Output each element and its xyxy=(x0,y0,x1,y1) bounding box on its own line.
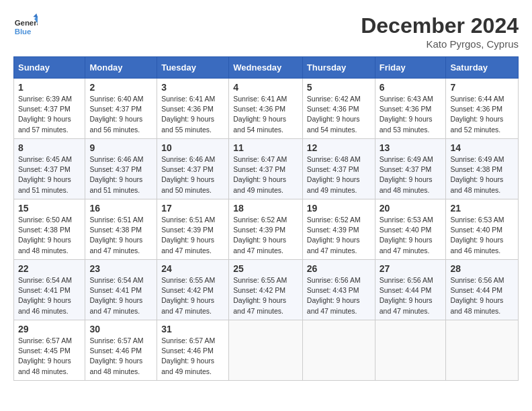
day-number: 16 xyxy=(89,203,152,214)
day-detail: Sunrise: 6:53 AMSunset: 4:40 PMDaylight:… xyxy=(450,216,504,255)
day-detail: Sunrise: 6:57 AMSunset: 4:46 PMDaylight:… xyxy=(89,336,143,375)
calendar-cell: 5 Sunrise: 6:42 AMSunset: 4:36 PMDayligh… xyxy=(302,79,375,139)
day-detail: Sunrise: 6:41 AMSunset: 4:36 PMDaylight:… xyxy=(233,95,287,134)
calendar-cell xyxy=(446,320,519,381)
header-thursday: Thursday xyxy=(302,57,375,79)
day-detail: Sunrise: 6:41 AMSunset: 4:36 PMDaylight:… xyxy=(161,95,215,134)
calendar-cell: 12 Sunrise: 6:48 AMSunset: 4:37 PMDaylig… xyxy=(302,139,375,199)
day-number: 12 xyxy=(307,142,371,153)
calendar-cell: 4 Sunrise: 6:41 AMSunset: 4:36 PMDayligh… xyxy=(229,79,303,139)
calendar-cell: 22 Sunrise: 6:54 AMSunset: 4:41 PMDaylig… xyxy=(14,260,85,320)
day-number: 26 xyxy=(307,263,371,274)
day-number: 31 xyxy=(161,324,224,334)
logo: General Blue xyxy=(13,13,38,38)
day-detail: Sunrise: 6:40 AMSunset: 4:37 PMDaylight:… xyxy=(89,95,143,134)
calendar-week-2: 8 Sunrise: 6:45 AMSunset: 4:37 PMDayligh… xyxy=(14,139,519,199)
calendar-cell xyxy=(229,320,303,381)
day-number: 3 xyxy=(161,82,224,93)
svg-text:Blue: Blue xyxy=(15,28,32,36)
day-detail: Sunrise: 6:39 AMSunset: 4:37 PMDaylight:… xyxy=(18,95,72,134)
day-detail: Sunrise: 6:48 AMSunset: 4:37 PMDaylight:… xyxy=(307,155,361,194)
day-detail: Sunrise: 6:53 AMSunset: 4:40 PMDaylight:… xyxy=(380,216,433,255)
svg-text:General: General xyxy=(15,19,38,27)
month-title: December 2024 xyxy=(361,13,519,38)
svg-marker-3 xyxy=(33,13,38,18)
calendar-cell: 26 Sunrise: 6:56 AMSunset: 4:43 PMDaylig… xyxy=(302,260,375,320)
day-detail: Sunrise: 6:55 AMSunset: 4:42 PMDaylight:… xyxy=(233,276,287,315)
day-detail: Sunrise: 6:56 AMSunset: 4:44 PMDaylight:… xyxy=(380,276,433,315)
day-detail: Sunrise: 6:50 AMSunset: 4:38 PMDaylight:… xyxy=(18,216,72,255)
day-number: 25 xyxy=(233,263,298,274)
calendar-cell: 3 Sunrise: 6:41 AMSunset: 4:36 PMDayligh… xyxy=(157,79,229,139)
calendar-cell: 24 Sunrise: 6:55 AMSunset: 4:42 PMDaylig… xyxy=(157,260,229,320)
day-detail: Sunrise: 6:51 AMSunset: 4:38 PMDaylight:… xyxy=(89,216,143,255)
title-block: December 2024 Kato Pyrgos, Cyprus xyxy=(361,13,519,50)
day-number: 13 xyxy=(380,142,442,153)
calendar-cell: 23 Sunrise: 6:54 AMSunset: 4:41 PMDaylig… xyxy=(85,260,157,320)
day-number: 27 xyxy=(380,263,442,274)
day-number: 19 xyxy=(307,203,371,214)
calendar-cell: 30 Sunrise: 6:57 AMSunset: 4:46 PMDaylig… xyxy=(85,320,157,381)
day-detail: Sunrise: 6:43 AMSunset: 4:36 PMDaylight:… xyxy=(380,95,433,134)
header-monday: Monday xyxy=(85,57,157,79)
day-detail: Sunrise: 6:47 AMSunset: 4:37 PMDaylight:… xyxy=(233,155,287,194)
calendar-week-5: 29 Sunrise: 6:57 AMSunset: 4:45 PMDaylig… xyxy=(14,320,519,381)
day-detail: Sunrise: 6:45 AMSunset: 4:37 PMDaylight:… xyxy=(18,155,72,194)
day-number: 14 xyxy=(450,142,514,153)
calendar-cell: 1 Sunrise: 6:39 AMSunset: 4:37 PMDayligh… xyxy=(14,79,85,139)
location-subtitle: Kato Pyrgos, Cyprus xyxy=(361,38,519,50)
calendar-cell: 13 Sunrise: 6:49 AMSunset: 4:37 PMDaylig… xyxy=(375,139,446,199)
day-number: 17 xyxy=(161,203,224,214)
calendar-cell: 19 Sunrise: 6:52 AMSunset: 4:39 PMDaylig… xyxy=(302,199,375,260)
header-saturday: Saturday xyxy=(446,57,519,79)
day-detail: Sunrise: 6:44 AMSunset: 4:36 PMDaylight:… xyxy=(450,95,504,134)
calendar-cell: 16 Sunrise: 6:51 AMSunset: 4:38 PMDaylig… xyxy=(85,199,157,260)
calendar-cell: 31 Sunrise: 6:57 AMSunset: 4:46 PMDaylig… xyxy=(157,320,229,381)
day-number: 2 xyxy=(89,82,152,93)
day-number: 21 xyxy=(450,203,514,214)
calendar-cell: 29 Sunrise: 6:57 AMSunset: 4:45 PMDaylig… xyxy=(14,320,85,381)
calendar-week-3: 15 Sunrise: 6:50 AMSunset: 4:38 PMDaylig… xyxy=(14,199,519,260)
day-number: 10 xyxy=(161,142,224,153)
day-number: 28 xyxy=(450,263,514,274)
day-number: 6 xyxy=(380,82,442,93)
day-detail: Sunrise: 6:49 AMSunset: 4:38 PMDaylight:… xyxy=(450,155,504,194)
day-number: 30 xyxy=(89,324,152,334)
calendar-cell: 14 Sunrise: 6:49 AMSunset: 4:38 PMDaylig… xyxy=(446,139,519,199)
calendar-cell: 20 Sunrise: 6:53 AMSunset: 4:40 PMDaylig… xyxy=(375,199,446,260)
day-number: 4 xyxy=(233,82,298,93)
day-number: 18 xyxy=(233,203,298,214)
calendar-cell: 7 Sunrise: 6:44 AMSunset: 4:36 PMDayligh… xyxy=(446,79,519,139)
day-number: 15 xyxy=(18,203,81,214)
calendar-week-4: 22 Sunrise: 6:54 AMSunset: 4:41 PMDaylig… xyxy=(14,260,519,320)
page-header: General Blue December 2024 Kato Pyrgos, … xyxy=(13,13,519,50)
calendar-header-row: SundayMondayTuesdayWednesdayThursdayFrid… xyxy=(14,57,519,79)
calendar-week-1: 1 Sunrise: 6:39 AMSunset: 4:37 PMDayligh… xyxy=(14,79,519,139)
calendar-cell: 8 Sunrise: 6:45 AMSunset: 4:37 PMDayligh… xyxy=(14,139,85,199)
day-detail: Sunrise: 6:57 AMSunset: 4:46 PMDaylight:… xyxy=(161,336,215,375)
day-number: 24 xyxy=(161,263,224,274)
calendar-cell: 21 Sunrise: 6:53 AMSunset: 4:40 PMDaylig… xyxy=(446,199,519,260)
day-number: 23 xyxy=(89,263,152,274)
day-number: 8 xyxy=(18,142,81,153)
day-detail: Sunrise: 6:54 AMSunset: 4:41 PMDaylight:… xyxy=(18,276,72,315)
calendar-cell: 28 Sunrise: 6:56 AMSunset: 4:44 PMDaylig… xyxy=(446,260,519,320)
day-detail: Sunrise: 6:46 AMSunset: 4:37 PMDaylight:… xyxy=(89,155,143,194)
day-detail: Sunrise: 6:55 AMSunset: 4:42 PMDaylight:… xyxy=(161,276,215,315)
header-tuesday: Tuesday xyxy=(157,57,229,79)
day-number: 29 xyxy=(18,324,81,334)
day-detail: Sunrise: 6:51 AMSunset: 4:39 PMDaylight:… xyxy=(161,216,215,255)
header-friday: Friday xyxy=(375,57,446,79)
day-detail: Sunrise: 6:52 AMSunset: 4:39 PMDaylight:… xyxy=(307,216,361,255)
calendar-cell: 18 Sunrise: 6:52 AMSunset: 4:39 PMDaylig… xyxy=(229,199,303,260)
calendar-cell: 25 Sunrise: 6:55 AMSunset: 4:42 PMDaylig… xyxy=(229,260,303,320)
calendar-cell: 9 Sunrise: 6:46 AMSunset: 4:37 PMDayligh… xyxy=(85,139,157,199)
logo-icon: General Blue xyxy=(13,13,38,38)
day-number: 9 xyxy=(89,142,152,153)
day-detail: Sunrise: 6:52 AMSunset: 4:39 PMDaylight:… xyxy=(233,216,287,255)
day-number: 1 xyxy=(18,82,81,93)
day-number: 11 xyxy=(233,142,298,153)
calendar-cell: 6 Sunrise: 6:43 AMSunset: 4:36 PMDayligh… xyxy=(375,79,446,139)
calendar-cell: 15 Sunrise: 6:50 AMSunset: 4:38 PMDaylig… xyxy=(14,199,85,260)
calendar-cell: 17 Sunrise: 6:51 AMSunset: 4:39 PMDaylig… xyxy=(157,199,229,260)
